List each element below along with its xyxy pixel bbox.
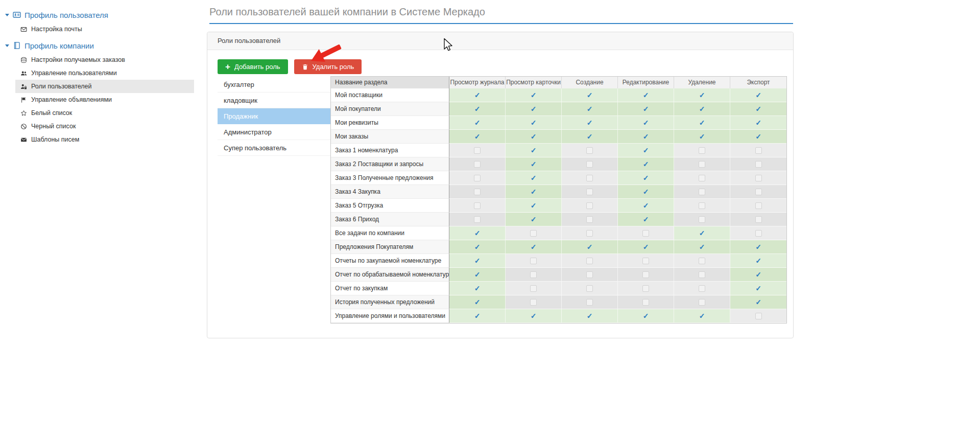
role-item[interactable]: бухгалтер bbox=[218, 77, 330, 93]
role-item[interactable]: кладовщик bbox=[218, 93, 330, 108]
permission-cell[interactable]: ✓ bbox=[730, 102, 786, 116]
permission-cell[interactable]: ✓ bbox=[449, 226, 506, 240]
sidebar-item-whitelist[interactable]: Белый список bbox=[15, 106, 194, 120]
permission-cell[interactable] bbox=[618, 254, 674, 268]
permission-cell[interactable] bbox=[730, 226, 786, 240]
permission-cell[interactable] bbox=[562, 282, 618, 295]
permission-cell[interactable] bbox=[674, 199, 730, 213]
permission-cell[interactable] bbox=[674, 268, 730, 282]
permission-cell[interactable] bbox=[506, 226, 562, 240]
sidebar-item-company-profile[interactable]: Профиль компании bbox=[0, 38, 204, 53]
permission-cell[interactable] bbox=[562, 185, 618, 199]
permission-cell[interactable] bbox=[730, 309, 786, 323]
permission-cell[interactable]: ✓ bbox=[506, 171, 562, 185]
permission-cell[interactable] bbox=[618, 226, 674, 240]
sidebar-item-blacklist[interactable]: Черный список bbox=[15, 120, 194, 133]
permission-cell[interactable]: ✓ bbox=[449, 309, 506, 323]
permission-cell[interactable]: ✓ bbox=[562, 116, 618, 130]
permission-cell[interactable]: ✓ bbox=[730, 282, 786, 295]
permission-cell[interactable]: ✓ bbox=[506, 144, 562, 157]
role-item[interactable]: Администратор bbox=[218, 124, 330, 140]
permission-cell[interactable] bbox=[730, 185, 786, 199]
permission-cell[interactable]: ✓ bbox=[730, 240, 786, 254]
permission-cell[interactable]: ✓ bbox=[618, 171, 674, 185]
permission-cell[interactable] bbox=[562, 226, 618, 240]
permission-cell[interactable]: ✓ bbox=[449, 268, 506, 282]
permission-cell[interactable]: ✓ bbox=[449, 130, 506, 144]
permission-cell[interactable] bbox=[449, 213, 506, 226]
permission-cell[interactable] bbox=[506, 295, 562, 309]
caret-down-icon[interactable] bbox=[5, 14, 9, 16]
permission-cell[interactable] bbox=[730, 157, 786, 171]
delete-role-button[interactable]: Удалить роль bbox=[294, 59, 362, 74]
permission-cell[interactable]: ✓ bbox=[562, 309, 618, 323]
permission-cell[interactable]: ✓ bbox=[674, 240, 730, 254]
permission-cell[interactable]: ✓ bbox=[506, 88, 562, 102]
add-role-button[interactable]: + Добавить роль bbox=[218, 59, 288, 74]
permission-cell[interactable] bbox=[562, 157, 618, 171]
role-item[interactable]: Продажник bbox=[218, 108, 330, 124]
permission-cell[interactable] bbox=[562, 144, 618, 157]
permission-cell[interactable]: ✓ bbox=[506, 130, 562, 144]
permission-cell[interactable] bbox=[449, 185, 506, 199]
permission-cell[interactable] bbox=[674, 171, 730, 185]
permission-cell[interactable] bbox=[730, 144, 786, 157]
permission-cell[interactable]: ✓ bbox=[674, 226, 730, 240]
permission-cell[interactable] bbox=[562, 213, 618, 226]
permission-cell[interactable] bbox=[674, 282, 730, 295]
permission-cell[interactable] bbox=[506, 254, 562, 268]
permission-cell[interactable] bbox=[449, 157, 506, 171]
permission-cell[interactable] bbox=[618, 268, 674, 282]
sidebar-item-mail-settings[interactable]: Настройка почты bbox=[15, 22, 194, 36]
permission-cell[interactable]: ✓ bbox=[618, 130, 674, 144]
permission-cell[interactable]: ✓ bbox=[618, 213, 674, 226]
permission-cell[interactable]: ✓ bbox=[618, 116, 674, 130]
permission-cell[interactable]: ✓ bbox=[562, 130, 618, 144]
sidebar-item-user-management[interactable]: Управление пользователями bbox=[15, 66, 194, 80]
permission-cell[interactable]: ✓ bbox=[449, 295, 506, 309]
permission-cell[interactable]: ✓ bbox=[618, 199, 674, 213]
permission-cell[interactable]: ✓ bbox=[506, 240, 562, 254]
sidebar-item-user-profile[interactable]: Профиль пользователя bbox=[0, 7, 204, 22]
permission-cell[interactable] bbox=[730, 199, 786, 213]
permission-cell[interactable]: ✓ bbox=[562, 88, 618, 102]
permission-cell[interactable]: ✓ bbox=[449, 102, 506, 116]
permission-cell[interactable]: ✓ bbox=[730, 268, 786, 282]
permission-cell[interactable] bbox=[506, 268, 562, 282]
permission-cell[interactable]: ✓ bbox=[618, 157, 674, 171]
permission-cell[interactable]: ✓ bbox=[730, 130, 786, 144]
permission-cell[interactable]: ✓ bbox=[618, 240, 674, 254]
permission-cell[interactable] bbox=[449, 199, 506, 213]
permission-cell[interactable] bbox=[562, 254, 618, 268]
permission-cell[interactable] bbox=[562, 268, 618, 282]
permission-cell[interactable] bbox=[618, 282, 674, 295]
caret-down-icon[interactable] bbox=[5, 44, 9, 47]
permission-cell[interactable] bbox=[562, 171, 618, 185]
permission-cell[interactable] bbox=[618, 295, 674, 309]
permission-cell[interactable] bbox=[449, 144, 506, 157]
permission-cell[interactable] bbox=[730, 213, 786, 226]
permission-cell[interactable]: ✓ bbox=[674, 309, 730, 323]
permission-cell[interactable] bbox=[674, 213, 730, 226]
permission-cell[interactable] bbox=[674, 185, 730, 199]
permission-cell[interactable]: ✓ bbox=[562, 240, 618, 254]
permission-cell[interactable]: ✓ bbox=[618, 309, 674, 323]
permission-cell[interactable]: ✓ bbox=[730, 295, 786, 309]
permission-cell[interactable]: ✓ bbox=[506, 199, 562, 213]
permission-cell[interactable]: ✓ bbox=[449, 254, 506, 268]
permission-cell[interactable]: ✓ bbox=[506, 102, 562, 116]
permission-cell[interactable]: ✓ bbox=[618, 88, 674, 102]
permission-cell[interactable]: ✓ bbox=[449, 88, 506, 102]
sidebar-item-user-roles[interactable]: Роли пользователей bbox=[15, 80, 194, 93]
permission-cell[interactable] bbox=[674, 157, 730, 171]
permission-cell[interactable] bbox=[449, 171, 506, 185]
permission-cell[interactable]: ✓ bbox=[449, 282, 506, 295]
permission-cell[interactable]: ✓ bbox=[506, 116, 562, 130]
permission-cell[interactable]: ✓ bbox=[674, 130, 730, 144]
permission-cell[interactable]: ✓ bbox=[674, 88, 730, 102]
sidebar-item-incoming-orders-settings[interactable]: Настройки получаемых заказов bbox=[15, 53, 194, 66]
permission-cell[interactable] bbox=[674, 295, 730, 309]
permission-cell[interactable]: ✓ bbox=[730, 254, 786, 268]
permission-cell[interactable]: ✓ bbox=[506, 185, 562, 199]
permission-cell[interactable] bbox=[562, 199, 618, 213]
